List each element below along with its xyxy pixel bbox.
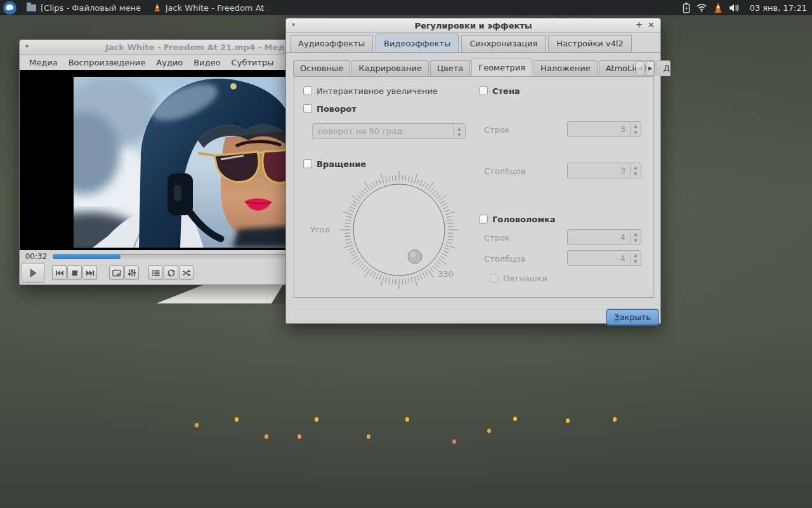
folder-icon: [27, 4, 36, 11]
subtab-colors[interactable]: Цвета: [430, 60, 470, 76]
close-button[interactable]: Закрыть: [606, 309, 658, 325]
tab-video-effects[interactable]: Видеоэффекты: [376, 34, 459, 52]
volume-icon[interactable]: [729, 3, 740, 13]
tab-scroll-left-icon: ◀: [636, 61, 645, 76]
vlc-menubar: Медиа Воспроизведение Аудио Видео Субтит…: [20, 55, 289, 70]
spin-arrows-icon: ▲▼: [630, 230, 641, 244]
rotate-label: Поворот: [317, 104, 357, 114]
menu-media[interactable]: Медиа: [29, 58, 58, 67]
subtab-geometry[interactable]: Геометрия: [471, 58, 532, 76]
interactive-zoom-label: Интерактивное увеличение: [317, 86, 438, 96]
taskbar-window-file-manager[interactable]: [Clips - Файловый менедж...: [20, 0, 147, 15]
wall-rows-label: Строк: [484, 125, 510, 135]
angle-value: 330: [438, 269, 454, 279]
fifteen-puzzle-label: Пятнашки: [503, 274, 547, 283]
vlc-titlebar: ▾ Jack White - Freedom At 21.mp4 - Медиа…: [20, 40, 289, 55]
spin-arrows-icon: ▲▼: [630, 251, 641, 265]
vlc-tray-icon[interactable]: [713, 3, 723, 13]
next-icon: [86, 269, 95, 277]
clock[interactable]: 03 янв, 17:21: [746, 3, 807, 13]
subtab-crop[interactable]: Кадрирование: [351, 60, 429, 76]
wall-label: Стена: [492, 86, 520, 96]
dial-knob: [408, 250, 422, 264]
video-area[interactable]: [20, 70, 289, 250]
combo-arrows-icon: ▲▼: [453, 124, 465, 138]
fifteen-puzzle-checkbox: [490, 274, 499, 283]
close-icon[interactable]: ×: [648, 20, 655, 29]
tab-audio-effects[interactable]: Аудиоэффекты: [290, 35, 373, 52]
seek-slider[interactable]: [53, 254, 286, 259]
equalizer-icon: [128, 269, 136, 277]
puzzle-checkbox[interactable]: [479, 215, 488, 224]
menu-subtitles[interactable]: Субтитры: [232, 58, 274, 67]
subtab-overlay[interactable]: Наложение: [534, 60, 598, 76]
next-button[interactable]: [82, 265, 97, 280]
taskbar-window-title: Jack White - Freedom At 21....: [166, 3, 268, 13]
angle-label: Угол: [310, 225, 330, 234]
previous-button[interactable]: [52, 265, 67, 280]
tab-scroll-right-icon[interactable]: ▶: [646, 61, 655, 76]
seek-fill: [53, 254, 121, 259]
wallpaper-plane: [152, 282, 289, 305]
loop-icon: [167, 269, 176, 277]
wallpaper-dot: [195, 423, 199, 427]
wall-checkbox[interactable]: [479, 86, 488, 95]
rotate-checkbox[interactable]: [303, 104, 312, 113]
maximize-icon[interactable]: +: [636, 20, 643, 29]
wallpaper-dot: [367, 434, 370, 439]
stop-button[interactable]: [67, 265, 82, 280]
interactive-zoom-checkbox[interactable]: [303, 86, 312, 95]
tab-v4l2-settings[interactable]: Настройки v4l2: [548, 35, 631, 52]
desktop: ▾ Jack White - Freedom At 21.mp4 - Медиа…: [0, 0, 812, 508]
shuffle-button[interactable]: [179, 265, 193, 280]
dialog-bottom-bar: Закрыть: [286, 305, 660, 324]
previous-icon: [55, 269, 64, 277]
wallpaper-dot: [235, 417, 239, 422]
loop-button[interactable]: [164, 265, 178, 280]
menu-playback[interactable]: Воспроизведение: [69, 58, 146, 67]
wallpaper-dot: [613, 417, 617, 422]
puzzle-label: Головоломка: [492, 215, 556, 224]
playlist-button[interactable]: [148, 265, 163, 280]
wifi-icon[interactable]: [696, 3, 707, 12]
menu-video[interactable]: Видео: [193, 58, 220, 67]
wall-columns-value: 3: [620, 166, 625, 175]
main-tab-bar: Аудиоэффекты Видеоэффекты Синхронизация …: [286, 34, 660, 53]
dialog-title: Регулировки и эффекты: [286, 21, 660, 30]
rotate-combo-value: поворот на 90 град.: [318, 126, 405, 136]
vlc-controls: [20, 262, 289, 285]
system-tray: 03 янв, 17:21: [683, 3, 812, 13]
menu-audio[interactable]: Аудио: [156, 58, 183, 67]
wallpaper-dot: [452, 439, 456, 444]
wallpaper-dot: [265, 434, 268, 439]
subtab-advanced[interactable]: Дополните.: [657, 60, 671, 76]
taskbar-window-vlc[interactable]: Jack White - Freedom At 21....: [147, 0, 274, 15]
battery-icon[interactable]: [683, 3, 690, 13]
applications-menu-button[interactable]: [3, 1, 16, 15]
subtab-basic[interactable]: Основные: [293, 60, 350, 76]
vlc-window-title: Jack White - Freedom At 21.mp4 - Медиапр…: [105, 43, 289, 52]
extended-settings-button[interactable]: [124, 265, 139, 280]
wallpaper-dot: [298, 434, 301, 439]
vlc-window: ▾ Jack White - Freedom At 21.mp4 - Медиа…: [19, 39, 289, 285]
fullscreen-button[interactable]: [109, 265, 124, 280]
seek-row: 00:32: [20, 250, 289, 262]
rotation-checkbox[interactable]: [303, 159, 312, 168]
rotate-combo: поворот на 90 град. ▲▼: [312, 123, 466, 139]
tab-synchronization[interactable]: Синхронизация: [461, 35, 546, 52]
fullscreen-icon: [112, 269, 121, 277]
shuffle-icon: [182, 269, 191, 277]
puzzle-rows-value: 4: [620, 232, 625, 242]
vlc-cone-icon: [154, 3, 161, 13]
spin-arrows-icon: ▲▼: [630, 163, 641, 178]
puzzle-rows-spinbox: 4 ▲▼: [567, 229, 641, 245]
wall-columns-spinbox: 3 ▲▼: [567, 163, 641, 178]
wallpaper-dot: [566, 418, 570, 423]
puzzle-columns-label: Столбцов: [484, 254, 525, 264]
whisker-menu-icon: [5, 3, 14, 11]
sub-tab-bar: Основные Кадрирование Цвета Геометрия На…: [286, 59, 660, 76]
wallpaper-dot: [487, 429, 491, 433]
window-menu-arrow-icon[interactable]: ▾: [25, 43, 29, 50]
play-button[interactable]: [22, 263, 44, 283]
taskbar: [Clips - Файловый менедж... Jack White -…: [0, 0, 812, 15]
